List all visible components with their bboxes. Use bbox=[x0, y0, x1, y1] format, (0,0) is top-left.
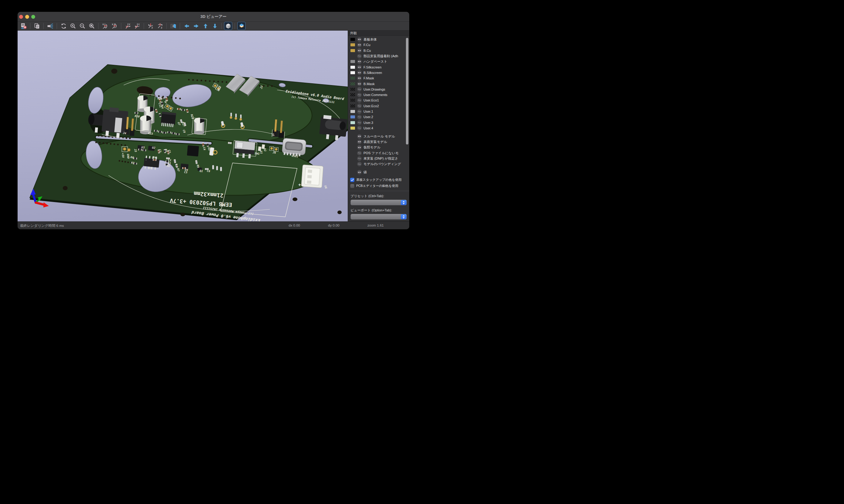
visibility-toggle[interactable] bbox=[357, 156, 362, 161]
eye-hidden-icon bbox=[358, 99, 361, 102]
layer-color-swatch[interactable] bbox=[350, 43, 355, 46]
visibility-toggle[interactable] bbox=[357, 176, 362, 176]
layer-row[interactable]: F.Silkscreen bbox=[348, 64, 409, 70]
visibility-toggle[interactable] bbox=[357, 126, 362, 130]
pan-right-button[interactable] bbox=[192, 22, 200, 30]
viewport-stepper-icon[interactable] bbox=[401, 214, 407, 219]
layer-color-swatch[interactable] bbox=[350, 127, 355, 130]
zoom-to-fit-button[interactable] bbox=[88, 22, 96, 30]
model-row[interactable]: スルーホール モデル bbox=[348, 133, 409, 139]
visibility-toggle[interactable] bbox=[357, 43, 362, 47]
visibility-toggle[interactable] bbox=[357, 145, 362, 150]
viewport-dropdown[interactable] bbox=[350, 214, 407, 220]
layer-row[interactable]: User.2 bbox=[348, 114, 409, 120]
rotate-z-ccw-button[interactable]: Z bbox=[156, 22, 164, 30]
visibility-toggle[interactable] bbox=[357, 170, 362, 175]
visibility-toggle[interactable] bbox=[357, 120, 362, 125]
layer-color-swatch[interactable] bbox=[350, 115, 355, 119]
layer-row[interactable]: User.3 bbox=[348, 120, 409, 125]
layer-color-swatch[interactable] bbox=[350, 49, 355, 52]
visibility-toggle[interactable] bbox=[357, 104, 362, 108]
layer-row[interactable]: User.Eco1 bbox=[348, 97, 409, 103]
layer-color-swatch[interactable] bbox=[350, 83, 355, 85]
checkbox-checked[interactable] bbox=[350, 178, 355, 182]
pan-down-button[interactable] bbox=[211, 22, 219, 30]
layer-color-swatch[interactable] bbox=[350, 110, 355, 113]
visibility-toggle[interactable] bbox=[357, 70, 362, 75]
layer-row[interactable]: B.Cu bbox=[348, 48, 409, 53]
layer-color-swatch[interactable] bbox=[350, 60, 355, 63]
visibility-toggle[interactable] bbox=[357, 134, 362, 139]
layer-row[interactable]: F.Cu bbox=[348, 42, 409, 48]
layer-row[interactable]: F.Mask bbox=[348, 75, 409, 81]
3d-viewport[interactable]: Exidiophone v6.0 Audio Board (c) Tomoya … bbox=[18, 31, 348, 221]
rotate-x-cw-button[interactable]: X bbox=[101, 22, 109, 30]
orthographic-projection-button[interactable] bbox=[224, 22, 232, 30]
visibility-toggle[interactable] bbox=[357, 65, 362, 69]
layer-row[interactable]: User.Comments bbox=[348, 92, 409, 97]
refresh-view-button[interactable] bbox=[59, 22, 68, 30]
scrollbar-thumb[interactable] bbox=[406, 38, 408, 144]
value-row[interactable]: 値 bbox=[348, 169, 409, 175]
preset-label: プリセット (Ctrl+Tab): bbox=[348, 191, 409, 200]
raytracing-render-button[interactable] bbox=[46, 22, 54, 30]
visibility-toggle[interactable] bbox=[357, 93, 362, 97]
layer-row[interactable]: User.4 bbox=[348, 125, 409, 131]
visibility-toggle[interactable] bbox=[357, 162, 362, 166]
layer-row[interactable]: User.1 bbox=[348, 109, 409, 114]
layer-color-swatch[interactable] bbox=[350, 93, 355, 96]
zoom-in-button[interactable] bbox=[69, 22, 77, 30]
visibility-toggle[interactable] bbox=[357, 48, 362, 53]
visibility-toggle[interactable] bbox=[357, 76, 362, 80]
pan-left-button[interactable] bbox=[183, 22, 191, 30]
visibility-toggle[interactable] bbox=[357, 151, 362, 156]
layer-color-swatch[interactable] bbox=[350, 105, 355, 108]
layer-row[interactable]: User.Drawings bbox=[348, 87, 409, 92]
refdes-label: U1 bbox=[149, 166, 152, 169]
checkbox-unchecked[interactable] bbox=[350, 184, 355, 188]
layer-color-swatch[interactable] bbox=[350, 121, 355, 124]
preset-stepper-icon[interactable] bbox=[401, 200, 407, 205]
rotate-y-ccw-button[interactable]: Y bbox=[133, 22, 141, 30]
visibility-toggle[interactable] bbox=[357, 87, 362, 91]
rotate-y-cw-button[interactable]: Y bbox=[124, 22, 132, 30]
visibility-toggle[interactable] bbox=[357, 98, 362, 103]
visibility-toggle[interactable] bbox=[357, 37, 362, 42]
refdes-label: R10 bbox=[135, 114, 140, 118]
flip-board-button[interactable] bbox=[169, 22, 177, 30]
layer-color-swatch[interactable] bbox=[350, 66, 355, 69]
pan-up-button[interactable] bbox=[201, 22, 209, 30]
visibility-toggle[interactable] bbox=[357, 82, 362, 86]
model-row[interactable]: モデルのバウンディング bbox=[348, 161, 409, 167]
layer-row[interactable]: User.Eco2 bbox=[348, 103, 409, 109]
layer-row[interactable]: 基板本体 bbox=[348, 37, 409, 42]
visibility-toggle[interactable] bbox=[357, 109, 362, 114]
rotate-x-ccw-button[interactable]: X bbox=[110, 22, 119, 30]
board-layers-button[interactable] bbox=[237, 22, 245, 30]
visibility-toggle[interactable] bbox=[357, 54, 362, 58]
model-row[interactable]: POS ファイルにないモ bbox=[348, 150, 409, 156]
model-row[interactable]: 仮想モデル bbox=[348, 145, 409, 150]
zoom-out-button[interactable] bbox=[78, 22, 86, 30]
copy-button[interactable] bbox=[33, 22, 41, 30]
visibility-toggle[interactable] bbox=[357, 140, 362, 144]
visibility-toggle[interactable] bbox=[357, 115, 362, 119]
preset-dropdown[interactable] bbox=[350, 200, 407, 205]
visibility-toggle[interactable] bbox=[357, 59, 362, 64]
layer-scrollbar[interactable] bbox=[406, 37, 408, 174]
layer-color-swatch[interactable] bbox=[350, 88, 355, 91]
layer-row[interactable]: ハンダペースト bbox=[348, 59, 409, 64]
layer-row[interactable]: B.Mask bbox=[348, 81, 409, 86]
model-row[interactable]: 未実装 (DNP) が指定さ bbox=[348, 156, 409, 161]
rotate-z-cw-button[interactable]: Z bbox=[147, 22, 155, 30]
layer-row[interactable]: 部品実装用接着剤 (Adh bbox=[348, 53, 409, 59]
layer-color-swatch[interactable] bbox=[350, 71, 355, 74]
export-image-button[interactable] bbox=[19, 22, 28, 30]
model-row[interactable]: 表面実装モデル bbox=[348, 139, 409, 144]
clipped-row[interactable] bbox=[348, 175, 409, 176]
layer-row[interactable]: B.Silkscreen bbox=[348, 70, 409, 75]
layer-color-swatch[interactable] bbox=[350, 38, 355, 41]
title-bar[interactable]: 3D ビューアー bbox=[18, 12, 409, 21]
layer-color-swatch[interactable] bbox=[350, 99, 355, 102]
layer-color-swatch[interactable] bbox=[350, 77, 355, 80]
